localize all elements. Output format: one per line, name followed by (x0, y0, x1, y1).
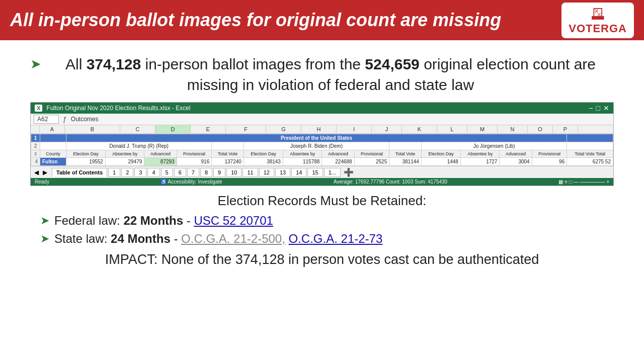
main-content: ➤ All 374,128 in-person ballot images fr… (0, 40, 644, 186)
col-header-a[interactable]: A (40, 125, 65, 133)
statusbar-ready: Ready (35, 179, 49, 185)
state-law-duration: 24 Months (111, 232, 171, 245)
header-banner: All in-person ballot images for original… (0, 0, 644, 40)
state-law-separator: - (174, 232, 181, 245)
statusbar-accessibility: ♿ Accessibility: Investigate (160, 179, 222, 185)
cell-reference[interactable]: A62 (34, 115, 59, 124)
formula-content: Outcomes (71, 116, 99, 123)
trump-prov: 916 (177, 158, 212, 166)
col-header-j[interactable]: J (372, 125, 402, 133)
sheet-tab-8[interactable]: 8 (200, 168, 212, 177)
header-title: All in-person ballot images for original… (10, 10, 561, 31)
sub-prov3: Provisional (532, 150, 567, 158)
col-header-e[interactable]: E (191, 125, 226, 133)
excel-window-controls[interactable]: − □ ✕ (589, 104, 609, 112)
col-header-d[interactable]: D (155, 125, 191, 133)
sheet-tab-6[interactable]: 6 (174, 168, 186, 177)
row-col-spacer (31, 125, 40, 133)
sheet-tab-2[interactable]: 2 (121, 168, 133, 177)
col-header-b[interactable]: B (65, 125, 120, 133)
sheet-tab-14[interactable]: 14 (291, 168, 306, 177)
biden-ed: 38143 (244, 158, 283, 166)
cell-a2 (40, 142, 66, 150)
bottom-content: Election Records Must be Retained: ➤ Fed… (0, 186, 644, 267)
biden-total: 381144 (389, 158, 422, 166)
biden-name: Joseph R. Biden (Dem) (244, 142, 389, 150)
excel-window: X Fulton Original Nov 2020 Election Resu… (30, 102, 614, 186)
excel-statusbar: Ready ♿ Accessibility: Investigate Avera… (31, 178, 613, 186)
add-sheet-button[interactable]: ➕ (344, 167, 354, 177)
table-row: 3 County Election Day Absentee by Advanc… (31, 150, 613, 158)
minimize-button[interactable]: − (589, 104, 593, 112)
trump-ab: 29479 (105, 158, 144, 166)
jo-ab: 1727 (460, 158, 499, 166)
statusbar-stats: Average: 17692.77796 Count: 1003 Sum: 41… (334, 179, 447, 185)
ocga-73-link[interactable]: O.C.G.A. 21-2-73 (289, 232, 383, 245)
excel-filename: Fulton Original Nov 2020 Election Result… (46, 105, 585, 112)
federal-law-duration: 22 Months (123, 214, 183, 227)
sheet-tab-4[interactable]: 4 (147, 168, 159, 177)
maximize-button[interactable]: □ (596, 104, 600, 112)
sheet-tab-13[interactable]: 13 (275, 168, 290, 177)
col-header-m[interactable]: M (467, 125, 498, 133)
col-header-f[interactable]: F (226, 125, 266, 133)
cell-f2 (212, 142, 244, 150)
col-header-k[interactable]: K (402, 125, 437, 133)
trump-ed: 19552 (66, 158, 105, 166)
excel-column-headers: A B C D E F G H I J K L M N O P (31, 125, 613, 134)
sheet-tab-15[interactable]: 15 (307, 168, 323, 177)
formula-icon: ƒ (63, 115, 67, 123)
col-header-g[interactable]: G (266, 125, 301, 133)
president-header: President of the United States (66, 134, 567, 142)
sub-ab2: Absentee by (283, 150, 321, 158)
col-header-o[interactable]: O (528, 125, 553, 133)
table-row: 4 Fulton 19552 29479 87293 916 137240 38… (31, 158, 613, 166)
table-row: 1 President of the United States (31, 134, 613, 142)
sheet-tab-9[interactable]: 9 (213, 168, 225, 177)
sub-ed2: Election Day (244, 150, 283, 158)
sub-adv1: Advanced (144, 150, 177, 158)
bullet-arrow-icon: ➤ (30, 56, 41, 72)
jo-prov: 96 (532, 158, 567, 166)
row-number: 2 (31, 142, 40, 150)
row-number: 4 (31, 158, 40, 166)
jorgensen-name: Jo Jorgensen (Lib) (421, 142, 567, 150)
close-button[interactable]: ✕ (603, 104, 609, 112)
sheet-tab-11[interactable]: 11 (243, 168, 258, 177)
col-header-h[interactable]: H (301, 125, 337, 133)
sheet-tab-navigation[interactable]: ◀ ▶ (33, 169, 49, 176)
federal-law-arrow-icon: ➤ (40, 214, 49, 227)
usc-link[interactable]: USC 52 20701 (194, 214, 273, 227)
federal-law-text: Federal law: 22 Months - USC 52 20701 (54, 214, 273, 228)
col-header-c[interactable]: C (120, 125, 155, 133)
sheet-tab-toc[interactable]: Table of Contents (52, 168, 107, 176)
sheet-tab-5[interactable]: 5 (161, 168, 173, 177)
sheet-tab-12[interactable]: 12 (259, 168, 274, 177)
trump-total: 137240 (212, 158, 244, 166)
ballot-icon: 🗳 (591, 6, 605, 22)
sheet-tab-1[interactable]: 1 (108, 168, 120, 177)
sheet-tab-more[interactable]: 1... (324, 168, 341, 177)
voterga-logo: 🗳 VOTERGA (561, 3, 634, 38)
biden-ab: 115788 (283, 158, 321, 166)
col-header-i[interactable]: I (337, 125, 372, 133)
sheet-tab-10[interactable]: 10 (226, 168, 242, 177)
col-header-n[interactable]: N (498, 125, 528, 133)
federal-law-separator: - (187, 214, 194, 227)
sub-ab1: Absentee by (105, 150, 144, 158)
main-bullet: ➤ All 374,128 in-person ballot images fr… (30, 54, 614, 95)
sheet-nav-left[interactable]: ◀ (33, 169, 40, 176)
excel-icon: X (35, 105, 42, 112)
county-name: Fulton (40, 158, 66, 166)
sheet-tab-7[interactable]: 7 (187, 168, 199, 177)
cell-k2 (389, 142, 422, 150)
federal-law-label: Federal law: (54, 214, 123, 227)
col-header-p[interactable]: P (553, 125, 578, 133)
state-law-arrow-icon: ➤ (40, 232, 49, 245)
sheet-nav-right[interactable]: ▶ (41, 169, 49, 176)
col-header-l[interactable]: L (437, 125, 467, 133)
sheet-tab-3[interactable]: 3 (134, 168, 146, 177)
ocga-500-link[interactable]: O.C.G.A. 21-2-500, (181, 232, 285, 245)
statusbar-view-controls[interactable]: ▦ ≡ □ — ————— + (558, 179, 609, 185)
impact-text: IMPACT: None of the 374,128 in person vo… (40, 252, 604, 267)
